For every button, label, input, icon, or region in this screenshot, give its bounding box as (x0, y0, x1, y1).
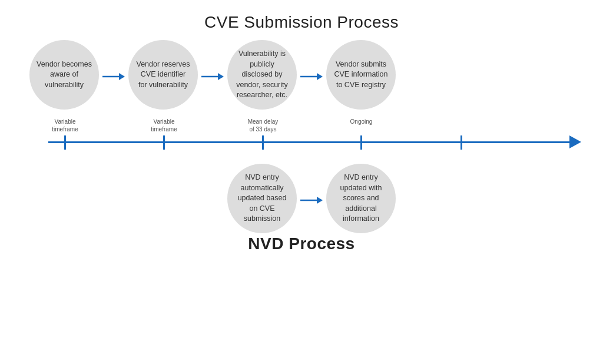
arrow-3 (300, 71, 323, 82)
tick-label-1: Variable timeframe (52, 118, 78, 133)
timeline-line (48, 141, 574, 143)
tick-label-3: Mean delay of 33 days (248, 118, 279, 133)
bottom-circle-2: NVD entry updated with scores and additi… (326, 164, 396, 233)
tick-3: Mean delay of 33 days (262, 135, 264, 150)
circle-3: Vulnerability is publicly disclosed by v… (227, 40, 297, 110)
circle-1: Vendor becomes aware of vulnerability (29, 40, 99, 110)
bottom-circle-1: NVD entry automatically updated based on… (227, 164, 297, 233)
tick-label-2: Variable timeframe (151, 118, 177, 133)
timeline-arrowhead (569, 135, 581, 148)
bottom-circles-container: NVD entry automatically updated based on… (19, 164, 584, 240)
arrow-1 (102, 71, 125, 82)
tick-4: Ongoing (360, 135, 362, 150)
page: CVE Submission Process Vendor becomes aw… (0, 0, 603, 364)
arrow-2 (201, 71, 224, 82)
tick-1: Variable timeframe (64, 135, 66, 150)
tick-2: Variable timeframe (163, 135, 165, 150)
svg-marker-5 (317, 73, 323, 80)
svg-marker-3 (218, 73, 224, 80)
tick-5 (460, 135, 462, 150)
svg-marker-7 (317, 197, 323, 204)
cve-title: CVE Submission Process (204, 13, 399, 32)
timeline: Variable timeframe Variable timeframe Me… (19, 128, 584, 164)
circle-2: Vendor reserves CVE identifier for vulne… (128, 40, 198, 110)
circle-4: Vendor submits CVE information to CVE re… (326, 40, 396, 110)
svg-marker-1 (119, 73, 125, 80)
bottom-arrow (300, 194, 323, 206)
tick-label-4: Ongoing (350, 118, 373, 125)
top-circles-container: Vendor becomes aware of vulnerability Ve… (19, 40, 584, 117)
